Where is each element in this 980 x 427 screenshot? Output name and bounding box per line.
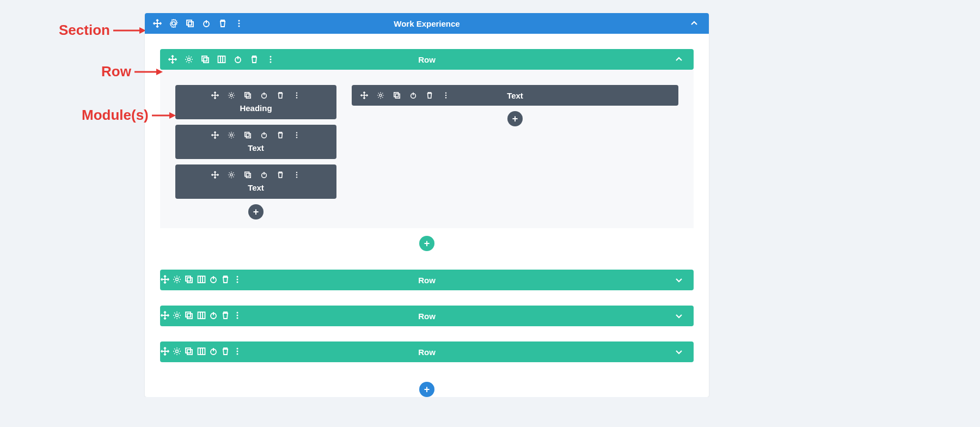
module-text[interactable]: Text: [175, 125, 336, 159]
module-label: Heading: [175, 103, 336, 113]
svg-point-53: [445, 92, 446, 93]
row-title: Row: [418, 276, 436, 285]
svg-point-13: [188, 58, 191, 61]
annotation-section-label: Section: [59, 22, 110, 39]
module-label: Text: [175, 143, 336, 152]
module-toolbar: [175, 170, 336, 180]
svg-point-10: [238, 20, 240, 22]
column-right: Text +: [352, 85, 678, 126]
move-icon[interactable]: [359, 90, 369, 100]
power-icon[interactable]: [408, 90, 418, 100]
duplicate-icon[interactable]: [243, 90, 253, 100]
trash-icon[interactable]: [425, 90, 434, 100]
module-text[interactable]: Text: [352, 85, 678, 106]
svg-rect-7: [188, 22, 193, 27]
add-module-button[interactable]: +: [248, 204, 264, 219]
trash-icon[interactable]: [275, 130, 285, 140]
more-icon[interactable]: [292, 170, 302, 180]
row-header[interactable]: Row: [160, 49, 694, 70]
more-icon[interactable]: [266, 54, 275, 64]
duplicate-icon[interactable]: [243, 170, 253, 180]
power-icon[interactable]: [259, 90, 269, 100]
svg-point-31: [296, 97, 297, 98]
duplicate-icon[interactable]: [185, 19, 195, 28]
columns-icon[interactable]: [217, 54, 226, 64]
svg-point-21: [270, 56, 272, 58]
power-icon[interactable]: [233, 54, 243, 64]
svg-point-48: [379, 94, 382, 96]
annotation-modules: Module(s): [82, 107, 176, 124]
annotation-row-label: Row: [101, 63, 131, 80]
add-row-button[interactable]: +: [419, 236, 434, 251]
section-header[interactable]: Work Experience: [145, 13, 709, 34]
module-toolbar: [175, 90, 336, 100]
svg-rect-25: [245, 93, 249, 97]
row-collapsed[interactable]: Row: [160, 306, 694, 326]
svg-rect-49: [394, 93, 399, 97]
power-icon[interactable]: [201, 19, 211, 28]
plus-icon: +: [512, 113, 518, 125]
svg-point-29: [296, 92, 297, 93]
add-module-button[interactable]: +: [507, 111, 523, 126]
gear-icon[interactable]: [226, 90, 236, 100]
svg-point-46: [296, 174, 297, 175]
duplicate-icon[interactable]: [200, 54, 210, 64]
column-left: Heading Text: [175, 85, 336, 219]
add-section-button[interactable]: +: [419, 382, 434, 397]
trash-icon[interactable]: [275, 170, 285, 180]
row-collapsed[interactable]: Row: [160, 270, 694, 290]
arrow-icon: [134, 68, 163, 76]
power-icon[interactable]: [259, 130, 269, 140]
gear-icon[interactable]: [376, 90, 385, 100]
trash-icon[interactable]: [275, 90, 285, 100]
page-builder: Work Experience: [145, 13, 709, 397]
move-icon[interactable]: [210, 90, 220, 100]
move-icon[interactable]: [210, 170, 220, 180]
duplicate-icon[interactable]: [243, 130, 253, 140]
power-icon[interactable]: [259, 170, 269, 180]
gear-icon[interactable]: [184, 54, 194, 64]
svg-rect-6: [187, 20, 192, 25]
duplicate-icon[interactable]: [392, 90, 402, 100]
row-title: Row: [418, 347, 436, 357]
plus-icon: +: [424, 238, 430, 249]
svg-rect-15: [204, 58, 209, 63]
svg-point-37: [296, 132, 297, 133]
collapse-button[interactable]: [664, 54, 694, 65]
svg-rect-34: [246, 133, 250, 138]
svg-rect-41: [245, 172, 249, 176]
gear-icon[interactable]: [169, 19, 179, 28]
svg-rect-33: [245, 132, 249, 137]
svg-point-47: [296, 176, 297, 178]
collapse-button[interactable]: [679, 19, 709, 29]
module-heading[interactable]: Heading: [175, 85, 336, 119]
more-icon[interactable]: [234, 19, 244, 28]
row-toolbar: [160, 54, 283, 64]
move-icon[interactable]: [168, 54, 177, 64]
svg-point-45: [296, 172, 297, 173]
svg-marker-5: [169, 112, 176, 119]
more-icon[interactable]: [292, 130, 302, 140]
module-toolbar: [352, 90, 458, 100]
move-icon[interactable]: [152, 19, 162, 28]
svg-rect-14: [202, 56, 207, 61]
trash-icon[interactable]: [218, 19, 228, 28]
module-text[interactable]: Text: [175, 164, 336, 199]
svg-point-23: [270, 62, 272, 63]
row-collapsed[interactable]: Row: [160, 341, 694, 362]
move-icon[interactable]: [210, 130, 220, 140]
section-toolbar: [145, 19, 252, 28]
svg-point-54: [445, 95, 446, 96]
arrow-icon: [152, 111, 176, 120]
svg-point-30: [296, 95, 297, 96]
module-toolbar: [175, 130, 336, 140]
gear-icon[interactable]: [226, 170, 236, 180]
trash-icon[interactable]: [249, 54, 259, 64]
svg-point-22: [270, 59, 272, 60]
more-icon[interactable]: [441, 90, 451, 100]
chevron-up-icon: [674, 54, 684, 64]
chevron-up-icon: [689, 19, 699, 28]
gear-icon[interactable]: [226, 130, 236, 140]
more-icon[interactable]: [292, 90, 302, 100]
row-title: Row: [418, 55, 436, 64]
